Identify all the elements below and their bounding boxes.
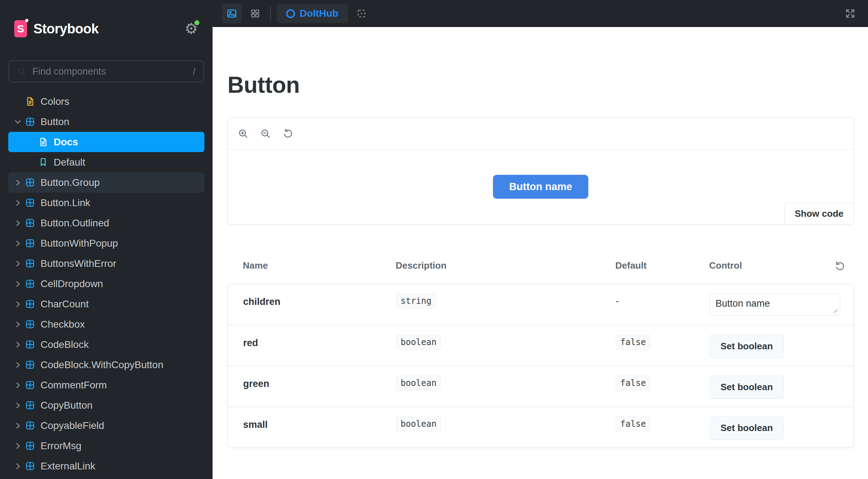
docs-page: Button Button name Show code Name Descri…	[213, 27, 868, 479]
fullscreen-button[interactable]	[842, 5, 859, 22]
notification-dot	[193, 19, 200, 26]
chevron-right-icon[interactable]	[13, 178, 22, 187]
settings-menu-button[interactable]: ⚙	[183, 20, 200, 37]
arg-type-badge: string	[396, 294, 436, 308]
resize-handle-icon[interactable]	[833, 308, 838, 313]
component-icon	[25, 178, 35, 187]
image-icon	[226, 8, 237, 19]
search-input[interactable]	[32, 66, 187, 77]
component-icon	[25, 421, 35, 430]
dolthub-button[interactable]: DoltHub	[277, 4, 348, 23]
sidebar-item-celldropdown[interactable]: CellDropdown	[8, 274, 204, 294]
sidebar-item-forminput[interactable]: FormInput	[8, 476, 204, 479]
table-row: children string - Button name	[228, 284, 853, 325]
chevron-right-icon[interactable]	[13, 259, 22, 268]
chevron-right-icon[interactable]	[13, 300, 22, 309]
sidebar-item-externallink[interactable]: ExternalLink	[8, 456, 204, 476]
chevron-right-icon[interactable]	[13, 320, 22, 329]
table-row: green boolean false Set boolean	[228, 366, 853, 407]
component-icon	[25, 117, 35, 127]
arg-name: children	[243, 294, 396, 307]
docs-icon	[38, 137, 48, 147]
component-icon	[25, 380, 35, 390]
reset-controls-icon[interactable]	[835, 260, 845, 271]
show-code-button[interactable]: Show code	[784, 203, 854, 225]
sidebar-item-codeblock-withcopybutton[interactable]: CodeBlock.WithCopyButton	[8, 355, 204, 375]
component-icon	[25, 441, 35, 451]
sidebar-item-button[interactable]: Button	[8, 112, 204, 132]
chevron-right-icon[interactable]	[13, 239, 22, 248]
outline-toggle-button[interactable]	[353, 5, 370, 22]
bookmark-icon	[38, 157, 48, 167]
story-button[interactable]: Button name	[493, 175, 588, 199]
set-boolean-button[interactable]: Set boolean	[709, 376, 784, 399]
component-icon	[25, 299, 35, 309]
arg-default-badge: false	[616, 376, 650, 391]
component-icon	[25, 259, 35, 268]
sidebar-item-button-docs[interactable]: Docs	[8, 132, 204, 152]
arg-name: green	[243, 376, 396, 389]
args-table: children string - Button name red boolea…	[227, 284, 854, 448]
sidebar-item-codeblock[interactable]: CodeBlock	[8, 334, 204, 355]
component-tree: Colors Button Docs Default Button.Group …	[0, 91, 213, 479]
sidebar-item-charcount[interactable]: CharCount	[8, 294, 204, 314]
grid-icon	[250, 9, 260, 18]
chevron-right-icon[interactable]	[13, 401, 22, 410]
sidebar-item-colors[interactable]: Colors	[8, 91, 204, 112]
brand-name: Storybook	[33, 21, 98, 37]
chevron-right-icon[interactable]	[13, 360, 22, 370]
component-icon	[25, 218, 35, 228]
dashed-box-icon	[357, 9, 366, 18]
component-icon	[25, 461, 35, 471]
sidebar-item-buttonwithpopup[interactable]: ButtonWithPopup	[8, 233, 204, 253]
set-boolean-button[interactable]: Set boolean	[709, 416, 784, 440]
sidebar-item-button-outlined[interactable]: Button.Outlined	[8, 213, 204, 233]
sidebar-item-button-link[interactable]: Button.Link	[8, 193, 204, 213]
zoom-in-icon[interactable]	[238, 128, 248, 139]
sidebar-item-button-group[interactable]: Button.Group	[8, 172, 204, 193]
search-icon	[17, 67, 27, 76]
chevron-right-icon[interactable]	[13, 198, 22, 208]
zoom-out-icon[interactable]	[260, 128, 271, 139]
arg-name: red	[243, 335, 396, 349]
component-icon	[25, 279, 35, 289]
chevron-right-icon[interactable]	[13, 219, 22, 228]
chevron-right-icon[interactable]	[13, 381, 22, 390]
arg-default-badge: false	[616, 416, 650, 431]
sidebar-item-commentform[interactable]: CommentForm	[8, 375, 204, 395]
chevron-right-icon[interactable]	[13, 441, 22, 451]
arg-default: -	[616, 294, 709, 307]
story-canvas: Button name	[228, 150, 853, 224]
search-box[interactable]: /	[9, 60, 204, 82]
canvas-tab-button[interactable]	[222, 4, 242, 23]
component-icon	[25, 198, 35, 208]
table-row: small boolean false Set boolean	[228, 407, 853, 447]
children-control-textarea[interactable]: Button name	[709, 294, 840, 316]
chevron-right-icon[interactable]	[13, 279, 22, 289]
sidebar-item-copyablefield[interactable]: CopyableField	[8, 415, 204, 436]
sidebar-item-checkbox[interactable]: Checkbox	[8, 314, 204, 334]
sidebar-item-copybutton[interactable]: CopyButton	[8, 395, 204, 415]
column-header-default: Default	[615, 260, 709, 271]
component-icon	[25, 360, 35, 370]
sidebar-item-button-default[interactable]: Default	[8, 152, 204, 172]
column-header-name: Name	[243, 260, 396, 271]
sidebar-item-buttonswitherror[interactable]: ButtonsWithError	[8, 253, 204, 274]
chevron-right-icon[interactable]	[13, 421, 22, 430]
story-preview-panel: Button name Show code	[227, 117, 854, 225]
chevron-right-icon[interactable]	[13, 462, 22, 471]
reset-zoom-icon[interactable]	[283, 128, 293, 139]
grid-toggle-button[interactable]	[247, 5, 264, 22]
column-header-control: Control	[709, 260, 847, 271]
component-icon	[25, 238, 35, 248]
column-header-description: Description	[396, 260, 615, 271]
arg-default-badge: false	[616, 335, 650, 350]
chevron-down-icon[interactable]	[13, 117, 22, 127]
arg-type-badge: boolean	[396, 376, 441, 391]
storybook-logo[interactable]: S Storybook	[14, 20, 98, 37]
chevron-right-icon[interactable]	[13, 340, 22, 349]
set-boolean-button[interactable]: Set boolean	[709, 335, 784, 358]
storybook-logo-icon: S	[14, 20, 27, 37]
page-title: Button	[227, 72, 854, 98]
sidebar-item-errormsg[interactable]: ErrorMsg	[8, 436, 204, 456]
